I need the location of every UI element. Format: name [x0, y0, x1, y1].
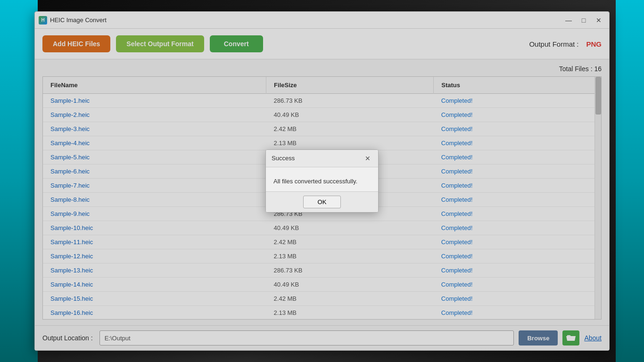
main-window: H HEIC Image Convert — □ ✕ Add HEIC File…: [34, 11, 610, 351]
modal-message: All files converted successfully.: [273, 178, 357, 185]
success-dialog: Success ✕ All files converted successful…: [265, 149, 379, 213]
modal-title: Success: [272, 155, 295, 162]
bg-accent-left: [0, 0, 38, 362]
ok-button[interactable]: OK: [303, 196, 341, 208]
modal-title-bar: Success ✕: [266, 150, 378, 167]
modal-footer: OK: [266, 191, 378, 212]
modal-body: All files converted successfully.: [266, 167, 378, 192]
modal-close-button[interactable]: ✕: [363, 154, 372, 163]
bg-accent-right: [616, 0, 644, 362]
modal-overlay: Success ✕ All files converted successful…: [35, 12, 609, 350]
